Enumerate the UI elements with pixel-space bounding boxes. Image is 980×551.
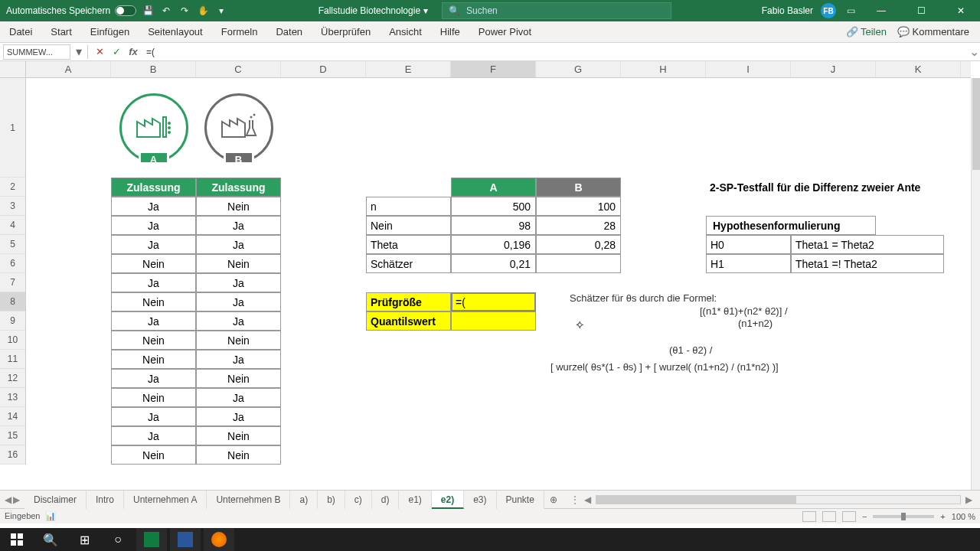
row-3[interactable]: 3 bbox=[0, 197, 25, 216]
namebox-dropdown[interactable]: ▾ bbox=[74, 44, 84, 59]
sheet-unternehmen-a[interactable]: Unternehmen A bbox=[124, 491, 207, 509]
col-I[interactable]: I bbox=[706, 61, 791, 77]
cell-E6[interactable]: Schätzer bbox=[366, 254, 451, 273]
row-6[interactable]: 6 bbox=[0, 254, 25, 273]
col-D[interactable]: D bbox=[281, 61, 366, 77]
cells-area[interactable]: A B Zulassung Zulassung A B 2-SP-Testfal… bbox=[26, 78, 971, 490]
save-icon[interactable]: 💾 bbox=[141, 4, 155, 18]
cell-C6[interactable]: Nein bbox=[196, 254, 281, 273]
col-J[interactable]: J bbox=[791, 61, 876, 77]
cell-F6[interactable]: 0,21 bbox=[451, 254, 536, 273]
zoom-level[interactable]: 100 % bbox=[952, 512, 975, 521]
cell-E4[interactable]: Nein bbox=[366, 216, 451, 235]
tab-hilfe[interactable]: Hilfe bbox=[431, 21, 469, 43]
select-all-triangle[interactable] bbox=[0, 61, 26, 78]
taskbar-cortana-icon[interactable]: ○ bbox=[103, 528, 133, 551]
tab-start[interactable]: Start bbox=[41, 21, 80, 43]
fx-icon[interactable]: fx bbox=[125, 46, 142, 57]
tab-daten[interactable]: Daten bbox=[266, 21, 312, 43]
cell-B14[interactable]: Ja bbox=[111, 407, 196, 426]
cell-G5[interactable]: 0,28 bbox=[536, 235, 621, 254]
row-14[interactable]: 14 bbox=[0, 407, 25, 426]
cell-B8[interactable]: Nein bbox=[111, 292, 196, 311]
col-B[interactable]: B bbox=[111, 61, 196, 77]
cell-C2[interactable]: Zulassung bbox=[196, 178, 281, 197]
tab-seitenlayout[interactable]: Seitenlayout bbox=[139, 21, 212, 43]
tab-datei[interactable]: Datei bbox=[0, 21, 41, 43]
user-name[interactable]: Fabio Basler bbox=[762, 5, 813, 16]
cell-I4[interactable]: Hypothesenformulierung bbox=[706, 216, 876, 235]
hscroll-left-icon[interactable]: ◀ bbox=[584, 494, 591, 505]
touch-mode-icon[interactable]: ✋ bbox=[196, 4, 210, 18]
expand-formula-icon[interactable]: ⌄ bbox=[968, 44, 980, 59]
col-F[interactable]: F bbox=[451, 61, 536, 77]
cell-B4[interactable]: Ja bbox=[111, 216, 196, 235]
col-H[interactable]: H bbox=[621, 61, 706, 77]
taskbar-search-icon[interactable]: 🔍 bbox=[35, 528, 66, 551]
row-5[interactable]: 5 bbox=[0, 235, 25, 254]
sheet-b[interactable]: b) bbox=[318, 491, 345, 509]
row-9[interactable]: 9 bbox=[0, 311, 25, 331]
cell-C15[interactable]: Nein bbox=[196, 426, 281, 445]
sheet-nav-prev-icon[interactable]: ◀ bbox=[5, 494, 11, 505]
row-15[interactable]: 15 bbox=[0, 426, 25, 445]
cell-C13[interactable]: Ja bbox=[196, 388, 281, 407]
undo-icon[interactable]: ↶ bbox=[159, 4, 173, 18]
cell-E9[interactable]: Quantilswert bbox=[366, 311, 451, 331]
col-E[interactable]: E bbox=[366, 61, 451, 77]
cell-C8[interactable]: Ja bbox=[196, 292, 281, 311]
sheet-e2[interactable]: e2) bbox=[432, 491, 464, 509]
cell-B11[interactable]: Nein bbox=[111, 350, 196, 369]
taskbar-firefox-icon[interactable] bbox=[204, 528, 234, 551]
row-2[interactable]: 2 bbox=[0, 178, 25, 197]
cell-B15[interactable]: Ja bbox=[111, 426, 196, 445]
search-input[interactable]: 🔍 Suchen bbox=[442, 2, 671, 19]
horizontal-scrollbar[interactable] bbox=[596, 495, 961, 504]
name-box[interactable]: SUMMEW... bbox=[3, 44, 70, 60]
cell-G2[interactable]: B bbox=[536, 178, 621, 197]
cell-C10[interactable]: Nein bbox=[196, 331, 281, 350]
col-K[interactable]: K bbox=[876, 61, 961, 77]
zoom-in-icon[interactable]: + bbox=[940, 512, 945, 521]
cell-E3[interactable]: n bbox=[366, 197, 451, 216]
cell-G3[interactable]: 100 bbox=[536, 197, 621, 216]
cell-C11[interactable]: Ja bbox=[196, 350, 281, 369]
taskbar-word-icon[interactable] bbox=[170, 528, 201, 551]
tab-einfuegen[interactable]: Einfügen bbox=[81, 21, 139, 43]
sheet-c[interactable]: c) bbox=[345, 491, 372, 509]
cell-C4[interactable]: Ja bbox=[196, 216, 281, 235]
cell-B16[interactable]: Nein bbox=[111, 445, 196, 465]
formula-input[interactable]: =( bbox=[142, 47, 968, 57]
sheet-e1[interactable]: e1) bbox=[399, 491, 431, 509]
cell-C9[interactable]: Ja bbox=[196, 311, 281, 331]
cell-B6[interactable]: Nein bbox=[111, 254, 196, 273]
col-C[interactable]: C bbox=[196, 61, 281, 77]
document-name[interactable]: Fallstudie Biotechnologie ▾ bbox=[318, 5, 428, 16]
cell-F5[interactable]: 0,196 bbox=[451, 235, 536, 254]
cell-I2[interactable]: 2-SP-Testfall für die Differenz zweier A… bbox=[706, 178, 974, 197]
hscroll-right-icon[interactable]: ▶ bbox=[965, 494, 972, 505]
zoom-out-icon[interactable]: − bbox=[862, 512, 867, 521]
cell-G4[interactable]: 28 bbox=[536, 216, 621, 235]
col-G[interactable]: G bbox=[536, 61, 621, 77]
qat-more-icon[interactable]: ▾ bbox=[214, 4, 228, 18]
cell-I5[interactable]: H0 bbox=[706, 235, 791, 254]
sheet-unternehmen-b[interactable]: Unternehmen B bbox=[207, 491, 290, 509]
cell-B9[interactable]: Ja bbox=[111, 311, 196, 331]
cell-C3[interactable]: Nein bbox=[196, 197, 281, 216]
share-button[interactable]: 🔗 Teilen bbox=[846, 26, 887, 37]
row-12[interactable]: 12 bbox=[0, 369, 25, 388]
comments-button[interactable]: 💬 Kommentare bbox=[897, 26, 969, 37]
row-1[interactable]: 1 bbox=[0, 78, 25, 178]
row-16[interactable]: 16 bbox=[0, 445, 25, 465]
row-13[interactable]: 13 bbox=[0, 388, 25, 407]
taskbar-taskview-icon[interactable]: ⊞ bbox=[69, 528, 100, 551]
close-button[interactable]: ✕ bbox=[945, 0, 977, 21]
sheet-e3[interactable]: e3) bbox=[464, 491, 496, 509]
cell-F4[interactable]: 98 bbox=[451, 216, 536, 235]
cell-B2[interactable]: Zulassung bbox=[111, 178, 196, 197]
cell-F9[interactable] bbox=[451, 311, 536, 331]
vertical-scrollbar[interactable] bbox=[971, 78, 980, 490]
cell-F8[interactable]: =( bbox=[451, 292, 536, 311]
cell-G6[interactable] bbox=[536, 254, 621, 273]
